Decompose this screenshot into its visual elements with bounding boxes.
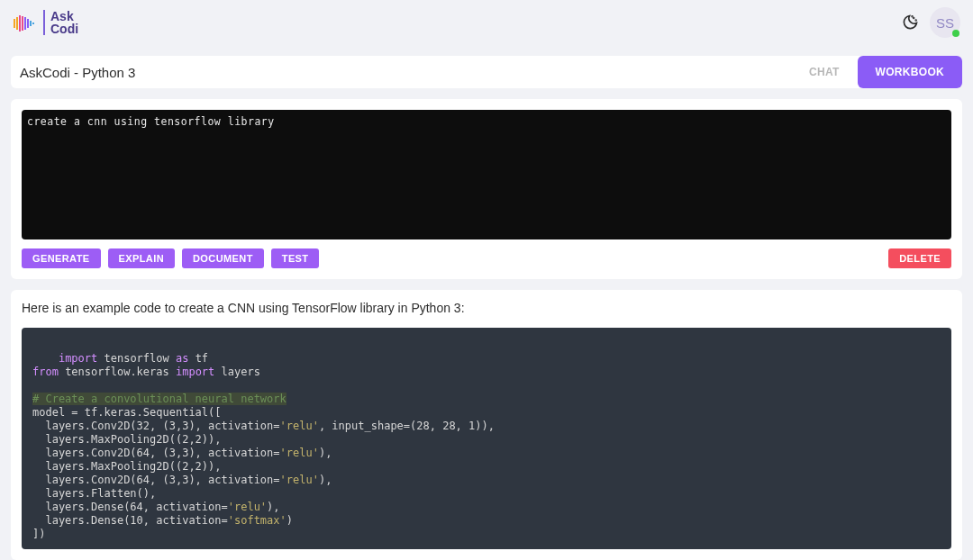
tab-chat[interactable]: CHAT (791, 56, 858, 88)
project-toolbar: AskCodi - Python 3 CHAT WORKBOOK (11, 56, 962, 88)
brand-line1: Ask (50, 10, 78, 23)
theme-toggle-icon[interactable] (901, 14, 919, 32)
user-avatar[interactable]: SS (930, 7, 960, 38)
header-right: SS (901, 7, 960, 38)
svg-point-2 (912, 16, 913, 17)
code-output[interactable]: import tensorflow as tf from tensorflow.… (22, 328, 951, 549)
toolbar-tabs: CHAT WORKBOOK (791, 56, 962, 88)
avatar-initials: SS (936, 15, 954, 31)
prompt-card: create a cnn using tensorflow library GE… (11, 99, 962, 279)
action-row: GENERATE EXPLAIN DOCUMENT TEST DELETE (22, 248, 951, 268)
action-left: GENERATE EXPLAIN DOCUMENT TEST (22, 248, 319, 268)
brand-logo[interactable]: Ask Codi (13, 10, 78, 35)
explain-button[interactable]: EXPLAIN (108, 248, 175, 268)
svg-point-0 (914, 18, 914, 19)
result-card: Here is an example code to create a CNN … (11, 290, 962, 560)
generate-button[interactable]: GENERATE (22, 248, 101, 268)
document-button[interactable]: DOCUMENT (182, 248, 264, 268)
brand-line2: Codi (50, 23, 78, 35)
prompt-editor[interactable]: create a cnn using tensorflow library (22, 110, 951, 239)
project-title: AskCodi - Python 3 (20, 65, 135, 80)
result-intro: Here is an example code to create a CNN … (22, 301, 951, 315)
tab-workbook[interactable]: WORKBOOK (858, 56, 962, 88)
delete-button[interactable]: DELETE (888, 248, 951, 268)
svg-point-1 (915, 20, 916, 21)
app-header: Ask Codi SS (0, 0, 973, 45)
logo-mark-icon (13, 10, 38, 35)
brand-text: Ask Codi (43, 10, 78, 35)
copy-icon[interactable] (928, 335, 944, 351)
test-button[interactable]: TEST (271, 248, 320, 268)
prompt-content: create a cnn using tensorflow library (27, 115, 275, 128)
status-indicator-icon (952, 30, 959, 37)
